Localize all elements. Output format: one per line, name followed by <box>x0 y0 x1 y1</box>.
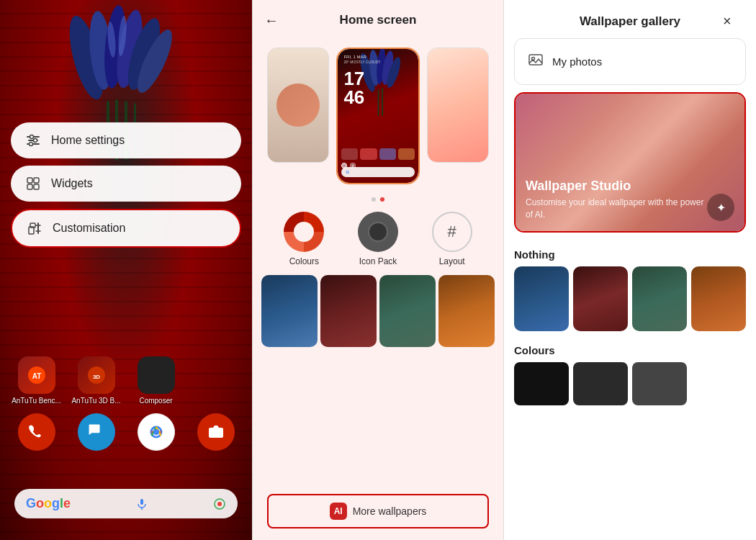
customisation-label: Customisation <box>53 222 125 235</box>
dot-2[interactable] <box>380 197 384 202</box>
wallpaper-thumb-2[interactable] <box>320 275 377 347</box>
nothing-thumb-1[interactable] <box>514 266 569 331</box>
panel3-header: Wallpaper gallery × <box>504 0 756 38</box>
my-photos-label: My photos <box>552 55 602 68</box>
svg-point-17 <box>30 143 33 146</box>
phone-preview-area: FRI, 1 MAR 28° MOSTLY CLOUDY 1746 G <box>253 40 503 192</box>
colour-thumb-1[interactable] <box>514 362 569 405</box>
phone-preview-active[interactable]: FRI, 1 MAR 28° MOSTLY CLOUDY 1746 G <box>336 48 419 184</box>
panel-home-screen-settings: ← Home screen <box>252 0 504 540</box>
app-antutu3d[interactable]: 3D AnTuTu 3D B... <box>71 356 122 405</box>
svg-point-33 <box>153 429 159 435</box>
app-phone[interactable] <box>11 413 62 454</box>
wallpaper-thumb-4[interactable] <box>438 275 495 347</box>
more-wallpapers-label: More wallpapers <box>353 505 427 517</box>
microphone-icon[interactable] <box>135 498 148 510</box>
more-wallpapers-button[interactable]: AI More wallpapers <box>267 494 489 528</box>
camera-search-icon[interactable] <box>213 498 226 510</box>
menu-item-widgets[interactable]: Widgets <box>11 166 241 202</box>
svg-point-16 <box>34 139 37 143</box>
ai-icon: AI <box>330 503 347 520</box>
layout-icon: # <box>432 212 472 252</box>
preview-time: 1746 <box>343 69 364 107</box>
nothing-section-title: Nothing <box>504 246 756 266</box>
svg-rect-19 <box>34 178 39 183</box>
wallpaper-grid <box>253 269 503 488</box>
colours-section-title: Colours <box>504 341 756 362</box>
widgets-label: Widgets <box>51 177 93 190</box>
app-antutu[interactable]: AT AnTuTu Benc... <box>11 356 62 405</box>
app-camera[interactable] <box>190 413 241 454</box>
wallpaper-thumb-3[interactable] <box>379 275 436 347</box>
phone-preview-default[interactable] <box>267 48 329 163</box>
app-grid: AT AnTuTu Benc... 3D AnTuTu 3D B... Comp… <box>11 356 241 454</box>
app-chrome[interactable] <box>130 413 181 454</box>
preview-nav-dots <box>253 192 503 204</box>
option-icon-pack[interactable]: Icon Pack <box>358 212 398 266</box>
panel2-title: Home screen <box>340 13 417 27</box>
customisation-options: Colours Icon Pack # Layout <box>253 204 503 269</box>
nothing-thumb-2[interactable] <box>573 266 628 331</box>
preview-searchbar: G <box>341 167 414 177</box>
close-button[interactable]: × <box>723 13 743 30</box>
nothing-thumb-3[interactable] <box>632 266 687 331</box>
svg-rect-34 <box>209 428 223 438</box>
svg-rect-47 <box>529 55 542 65</box>
widgets-icon <box>25 176 41 192</box>
google-logo: Google <box>26 496 71 511</box>
colours-section: Colours <box>504 338 756 405</box>
preview-app-grid <box>341 148 414 160</box>
icon-pack-icon <box>358 212 398 252</box>
app-composer-label: Composer <box>139 397 172 405</box>
app-chat[interactable] <box>71 413 122 454</box>
panel-wallpaper-gallery: Wallpaper gallery × My photos Wallpaper … <box>504 0 756 540</box>
ws-content: Wallpaper Studio Customise your ideal wa… <box>526 179 708 221</box>
context-menu: Home settings Widgets <box>11 122 241 248</box>
sparkle-icon: ✦ <box>716 201 726 215</box>
phone-preview-alt[interactable] <box>427 48 489 163</box>
menu-item-home-settings[interactable]: Home settings <box>11 122 241 158</box>
nothing-wallpapers <box>504 266 756 338</box>
home-settings-label: Home settings <box>51 134 125 147</box>
icon-pack-label: Icon Pack <box>359 256 397 266</box>
preview-date: FRI, 1 MAR <box>343 55 366 59</box>
svg-point-15 <box>30 135 34 139</box>
menu-item-customisation[interactable]: Customisation <box>11 209 241 248</box>
svg-rect-46 <box>382 88 384 116</box>
svg-rect-20 <box>27 184 32 189</box>
search-bar[interactable]: Google <box>14 489 238 518</box>
nothing-thumb-4[interactable] <box>691 266 746 331</box>
layout-label: Layout <box>439 256 465 266</box>
ws-title: Wallpaper Studio <box>526 179 708 194</box>
svg-rect-36 <box>140 499 143 505</box>
ws-subtitle: Customise your ideal wallpaper with the … <box>526 197 708 221</box>
svg-point-39 <box>217 502 222 506</box>
preview-dots <box>341 163 356 168</box>
option-colours[interactable]: Colours <box>284 212 324 266</box>
colours-label: Colours <box>289 256 319 266</box>
colour-thumb-2[interactable] <box>573 362 628 405</box>
app-antutu-label: AnTuTu Benc... <box>12 397 61 405</box>
back-button[interactable]: ← <box>264 12 279 29</box>
svg-rect-21 <box>34 184 39 189</box>
ws-sparkle-button[interactable]: ✦ <box>707 194 734 221</box>
svg-text:3D: 3D <box>92 374 99 380</box>
customisation-icon <box>27 220 42 236</box>
svg-rect-45 <box>378 89 379 116</box>
app-antutu3d-label: AnTuTu 3D B... <box>71 397 120 405</box>
dot-1[interactable] <box>372 197 376 202</box>
panel-homescreen: Home settings Widgets <box>0 0 252 540</box>
photos-icon <box>528 52 544 71</box>
option-layout[interactable]: # Layout <box>432 212 472 266</box>
gallery-title: Wallpaper gallery <box>537 14 723 29</box>
colour-thumb-3[interactable] <box>632 362 687 405</box>
home-settings-icon <box>25 132 41 148</box>
colours-thumbs <box>504 362 756 405</box>
app-composer[interactable]: Composer <box>130 356 181 405</box>
svg-text:AT: AT <box>32 372 41 380</box>
preview-weather: 28° MOSTLY CLOUDY <box>343 60 380 64</box>
wallpaper-studio-card[interactable]: Wallpaper Studio Customise your ideal wa… <box>514 92 746 233</box>
wallpaper-thumb-1[interactable] <box>261 275 318 347</box>
my-photos-card[interactable]: My photos <box>514 38 746 85</box>
nothing-section: Nothing <box>504 243 756 338</box>
